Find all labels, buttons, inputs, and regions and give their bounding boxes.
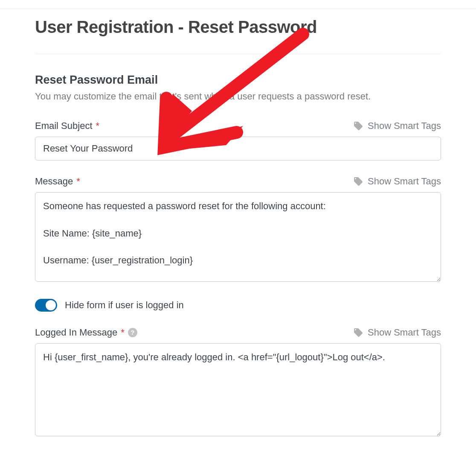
show-smart-tags-link[interactable]: Show Smart Tags <box>353 327 441 338</box>
hide-form-toggle[interactable] <box>35 299 57 312</box>
smart-tags-text: Show Smart Tags <box>368 176 441 187</box>
toggle-knob <box>46 300 56 310</box>
help-icon[interactable]: ? <box>128 328 137 337</box>
section-description: You may customize the email that's sent … <box>35 90 441 103</box>
divider <box>35 54 441 54</box>
email-subject-label-text: Email Subject <box>35 120 93 131</box>
show-smart-tags-link[interactable]: Show Smart Tags <box>353 120 441 131</box>
required-asterisk: * <box>121 327 125 338</box>
tag-icon <box>353 327 363 338</box>
section-title: Reset Password Email <box>35 73 441 87</box>
smart-tags-text: Show Smart Tags <box>368 327 441 338</box>
logged-in-message-label-text: Logged In Message <box>35 327 117 338</box>
logged-in-message-label: Logged In Message * ? <box>35 327 137 338</box>
message-label-text: Message <box>35 176 73 187</box>
hide-form-toggle-label: Hide form if user is logged in <box>65 300 184 311</box>
tag-icon <box>353 121 363 131</box>
required-asterisk: * <box>76 176 80 187</box>
smart-tags-text: Show Smart Tags <box>368 120 441 131</box>
logged-in-message-textarea[interactable] <box>35 343 441 436</box>
page-title: User Registration - Reset Password <box>35 18 441 37</box>
email-subject-label: Email Subject * <box>35 120 99 131</box>
show-smart-tags-link[interactable]: Show Smart Tags <box>353 176 441 187</box>
required-asterisk: * <box>96 120 100 131</box>
message-label: Message * <box>35 176 80 187</box>
message-textarea[interactable] <box>35 192 441 282</box>
email-subject-input[interactable] <box>35 137 441 161</box>
tag-icon <box>353 176 363 187</box>
